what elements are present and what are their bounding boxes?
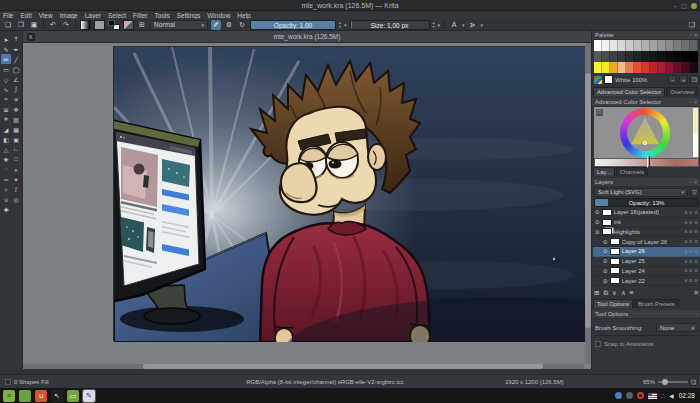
layer-badge-icon[interactable]: ⚙ [694,278,698,283]
pattern-chooser[interactable] [94,20,105,30]
blend-filter-icon[interactable]: ▽ [690,188,699,197]
palette-swatch[interactable] [658,62,666,73]
menu-window[interactable]: Window [207,12,230,19]
palette-swatch[interactable] [666,40,674,51]
tool-transform[interactable]: ⊞ [1,104,11,114]
palette-swatch[interactable] [626,62,634,73]
palette-swatch[interactable] [610,51,618,62]
visibility-eye-icon[interactable]: ⊙ [603,258,608,264]
tool-pattern-edit[interactable]: ▦ [11,124,21,134]
float-icon[interactable]: ▫ [696,311,698,317]
open-document-icon[interactable]: ❐ [16,20,26,30]
layer-badge-icon[interactable]: ⚙ [694,249,698,254]
menu-view[interactable]: View [39,12,53,19]
palette-swatch[interactable] [666,51,674,62]
tool-freehand-brush[interactable]: ✏ [1,54,11,64]
layer-badge-icon[interactable]: a [685,268,688,273]
tool-polyline[interactable]: ∠ [11,74,21,84]
palette-swatch[interactable] [690,62,698,73]
palette-swatch[interactable] [658,40,666,51]
menu-tools[interactable]: Tools [155,12,170,19]
layer-badge-icon[interactable]: a [685,220,688,225]
volume-icon[interactable]: ◀ [669,392,674,399]
palette-swatch[interactable] [642,62,650,73]
tab-layers[interactable]: Lay... [593,167,615,176]
tool-magnetic-select[interactable]: ∪ [1,194,11,204]
palette-docker-header[interactable]: Palette ▫ ✕ [592,31,700,40]
layer-row[interactable]: ⊙Highlightsaα⚙ [593,228,700,238]
tab-advanced-color-selector[interactable]: Advanced Color Selector [593,87,665,96]
tab-channels[interactable]: Channels [616,167,649,176]
update-shield-icon[interactable] [615,392,622,399]
layer-properties-button[interactable]: ≡ [630,289,634,296]
blending-mode-dropdown[interactable]: Normal ▾ [150,20,208,30]
foreground-background-colors[interactable] [108,20,120,30]
float-icon[interactable]: ▫ [690,179,692,185]
tool-polygon[interactable]: ◇ [1,74,11,84]
palette-swatch[interactable] [674,62,682,73]
layer-opacity-slider[interactable]: Opacity: 13% [594,198,699,207]
layers-docker-header[interactable]: Layers ▫ ✕ [592,178,700,187]
palette-swatch[interactable] [666,62,674,73]
layer-badge-icon[interactable]: ⚙ [694,239,698,244]
tool-color-sampler[interactable]: ◢ [1,124,11,134]
palette-swatch[interactable] [642,40,650,51]
snap-to-assistants-checkbox[interactable] [595,341,601,347]
layer-badge-icon[interactable]: α [689,239,692,244]
window-app-icon[interactable] [19,390,31,402]
selection-display-icon[interactable] [5,379,11,385]
palette-swatch[interactable] [610,62,618,73]
close-icon[interactable]: ✕ [694,99,698,105]
palette-swatch[interactable] [674,40,682,51]
layer-badge-icon[interactable]: a [685,259,688,264]
maximize-icon[interactable]: ▢ [681,2,687,9]
palette-swatch[interactable] [594,40,602,51]
menu-filter[interactable]: Filter [133,12,147,19]
workspace-chooser-icon[interactable]: ❏ [687,20,697,30]
menu-select[interactable]: Select [108,12,126,19]
layer-badge-icon[interactable]: a [685,210,688,215]
tool-ellipse[interactable]: ◯ [11,64,21,74]
last-used-colors[interactable] [693,108,698,157]
tool-freehand-path[interactable]: ∫ [11,84,21,94]
brush-editor-button[interactable] [123,20,134,30]
redo-icon[interactable]: ↷ [61,20,71,30]
float-icon[interactable]: ▫ [690,99,692,105]
mint-menu-icon[interactable]: ≡ [3,390,15,402]
palette-display-icon[interactable] [594,76,602,84]
palette-swatch[interactable] [674,51,682,62]
layer-badge-icon[interactable]: a [685,239,688,244]
visibility-eye-icon[interactable]: ⊙ [595,219,600,225]
visibility-eye-icon[interactable]: ⊙ [603,248,608,254]
screenshot-app-icon[interactable]: ↖ [51,390,63,402]
palette-swatch[interactable] [634,51,642,62]
layer-badge-icon[interactable]: α [689,210,692,215]
layer-row[interactable]: ⊙Layer 25aα⚙ [593,257,700,267]
palette-swatch[interactable] [682,40,690,51]
menu-edit[interactable]: Edit [20,12,31,19]
document-tab[interactable]: K mte_work.kra (126.5M) [23,31,591,43]
layer-badge-icon[interactable]: α [689,268,692,273]
palette-swatch[interactable] [690,40,698,51]
move-layer-down-button[interactable]: ∨ [612,289,617,297]
tool-ellipse-select[interactable]: ◌ [1,164,11,174]
tool-gradient[interactable]: ▨ [11,114,21,124]
delete-layer-button[interactable]: ✕ [694,289,699,297]
keyboard-flag-icon[interactable] [648,393,657,399]
add-layer-button[interactable]: ⊞ [594,289,599,297]
network-icon[interactable]: ∴ [661,392,665,399]
horizontal-scrollbar-thumb[interactable] [143,364,543,369]
layer-badge-icon[interactable]: ⚙ [694,210,698,215]
layer-badge-icon[interactable]: α [689,220,692,225]
close-icon[interactable]: ✕ [694,179,698,185]
palette-swatch[interactable] [682,62,690,73]
undo-icon[interactable]: ↶ [48,20,58,30]
layer-row[interactable]: ⊙Layer 16(pasted)aα⚙ [593,208,700,218]
palette-folder-icon[interactable]: ❐ [690,75,699,84]
palette-swatch[interactable] [618,51,626,62]
palette-swatch[interactable] [626,51,634,62]
mirror-vertical-icon[interactable]: A [468,20,478,30]
settings-tray-icon[interactable] [626,392,633,399]
duplicate-layer-button[interactable]: ⧉ [603,289,608,297]
menu-settings[interactable]: Settings [177,12,201,19]
